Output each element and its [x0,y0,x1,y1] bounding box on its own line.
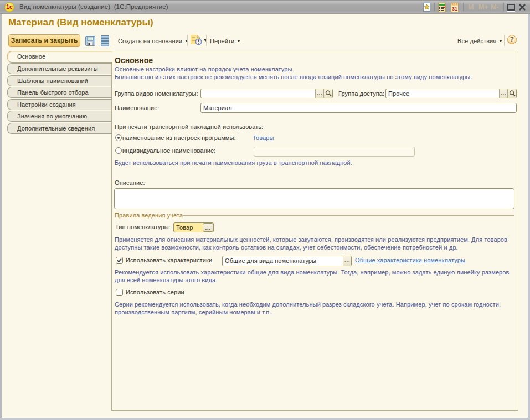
svg-text:31: 31 [452,6,457,12]
